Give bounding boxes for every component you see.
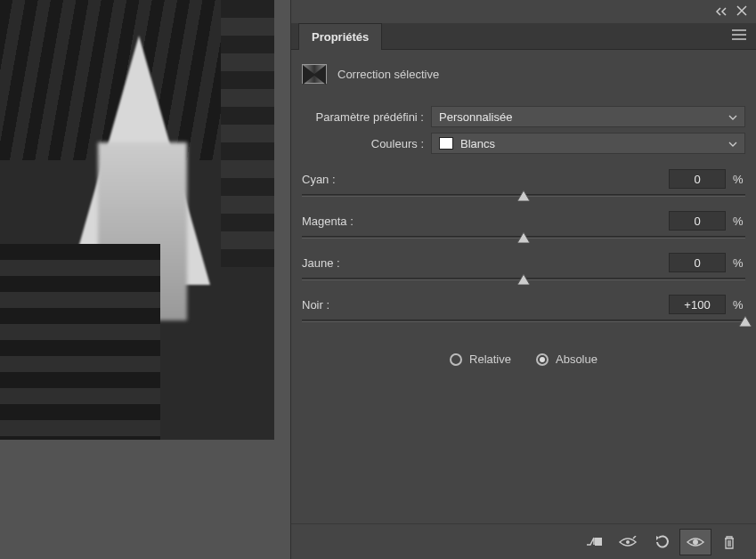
- colors-value: Blancs: [460, 137, 495, 150]
- yellow-value-input[interactable]: [669, 253, 726, 272]
- absolute-radio[interactable]: Absolue: [536, 352, 597, 366]
- tab-properties[interactable]: Propriétés: [298, 23, 382, 50]
- black-slider-thumb[interactable]: [739, 316, 752, 327]
- mode-radio-group: Relative Absolue: [291, 336, 756, 382]
- selective-color-icon: [302, 64, 327, 84]
- percent-unit: %: [733, 256, 745, 270]
- clip-to-layer-button[interactable]: [578, 529, 610, 555]
- black-slider-track[interactable]: [302, 320, 745, 322]
- cyan-value-input[interactable]: [669, 169, 726, 189]
- relative-radio[interactable]: Relative: [450, 352, 511, 366]
- panel-menu-icon[interactable]: [731, 28, 747, 44]
- properties-panel: Propriétés Correction sélective Paramètr…: [290, 0, 756, 559]
- colors-dropdown[interactable]: Blancs: [431, 133, 745, 154]
- toggle-visibility-button[interactable]: [679, 529, 711, 555]
- svg-point-1: [626, 540, 630, 544]
- black-value-input[interactable]: [669, 295, 726, 314]
- yellow-slider-group: Jaune : %: [302, 253, 745, 280]
- radio-circle-selected: [536, 353, 549, 366]
- adjustment-header: Correction sélective: [291, 50, 756, 103]
- percent-unit: %: [733, 173, 745, 186]
- black-slider-group: Noir : %: [302, 295, 745, 322]
- colors-row: Couleurs : Blancs: [291, 130, 756, 157]
- tab-row: Propriétés: [291, 23, 756, 50]
- chevron-down-icon: [728, 110, 737, 124]
- collapse-icon[interactable]: [715, 5, 728, 19]
- cyan-slider-track[interactable]: [302, 194, 745, 197]
- delete-button[interactable]: [713, 529, 745, 555]
- percent-unit: %: [733, 215, 745, 228]
- yellow-slider-thumb[interactable]: [517, 274, 530, 285]
- yellow-label: Jaune :: [302, 256, 340, 270]
- preview-image: [0, 0, 274, 440]
- sliders-area: Cyan : % Magenta : %: [291, 157, 756, 336]
- black-label: Noir :: [302, 298, 329, 312]
- svg-point-2: [693, 539, 698, 545]
- preset-value: Personnalisée: [439, 110, 512, 124]
- cyan-label: Cyan :: [302, 173, 336, 186]
- yellow-slider-track[interactable]: [302, 278, 745, 280]
- adjustment-title: Correction sélective: [337, 68, 439, 81]
- reset-button[interactable]: [646, 529, 678, 555]
- preset-row: Paramètre prédéfini : Personnalisée: [291, 103, 756, 130]
- magenta-slider-group: Magenta : %: [302, 211, 745, 239]
- relative-label: Relative: [469, 352, 511, 366]
- preset-label: Paramètre prédéfini :: [302, 110, 431, 124]
- magenta-value-input[interactable]: [669, 211, 726, 231]
- preset-dropdown[interactable]: Personnalisée: [431, 106, 745, 127]
- close-icon[interactable]: [736, 5, 747, 19]
- color-swatch: [439, 137, 453, 150]
- cyan-slider-group: Cyan : %: [302, 169, 745, 197]
- percent-unit: %: [733, 298, 745, 312]
- panel-footer: [291, 523, 756, 559]
- svg-rect-0: [595, 538, 602, 546]
- panel-title-bar: [291, 0, 756, 23]
- cyan-slider-thumb[interactable]: [517, 190, 530, 201]
- document-preview-pane: [0, 0, 290, 559]
- view-previous-state-button[interactable]: [612, 529, 644, 555]
- magenta-label: Magenta :: [302, 215, 354, 228]
- chevron-down-icon: [728, 137, 737, 150]
- radio-circle: [450, 353, 462, 366]
- absolute-label: Absolue: [556, 352, 597, 366]
- colors-label: Couleurs :: [302, 137, 431, 150]
- magenta-slider-thumb[interactable]: [517, 232, 530, 243]
- magenta-slider-track[interactable]: [302, 236, 745, 239]
